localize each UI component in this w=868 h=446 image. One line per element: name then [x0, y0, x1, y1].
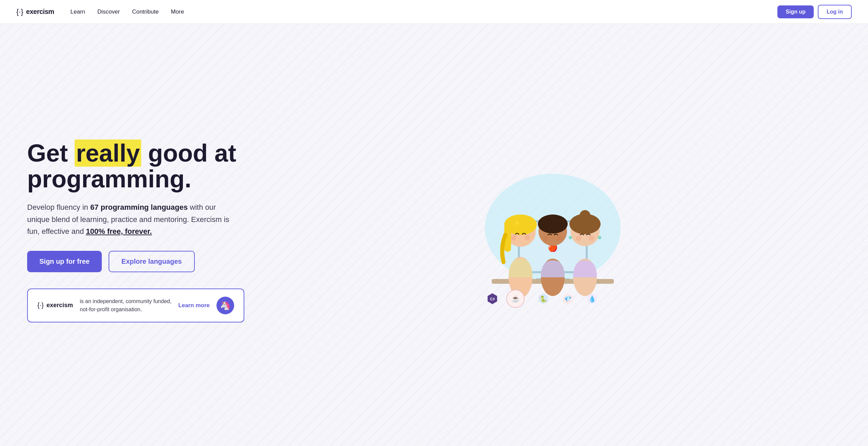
subtext-bold: 67 programming languages: [90, 203, 188, 211]
signup-free-button[interactable]: Sign up for free: [27, 251, 102, 272]
hero-subtext: Develop fluency in 67 programming langua…: [27, 201, 238, 237]
svg-point-21: [580, 210, 590, 221]
nav-links: Learn Discover Contribute More: [71, 8, 778, 15]
logo[interactable]: {·} exercism: [16, 7, 54, 16]
svg-point-11: [525, 235, 530, 240]
subtext-before: Develop fluency in: [27, 203, 90, 211]
logo-text: exercism: [26, 8, 54, 16]
svg-text:C#: C#: [490, 297, 495, 301]
svg-point-15: [538, 215, 568, 234]
login-button[interactable]: Log in: [818, 5, 852, 19]
svg-point-16: [543, 236, 549, 241]
nav-link-more[interactable]: More: [171, 8, 184, 15]
signup-button[interactable]: Sign up: [777, 5, 814, 18]
nav-link-learn[interactable]: Learn: [71, 8, 85, 15]
infobox-logo-text: exercism: [46, 302, 73, 309]
svg-point-12: [515, 221, 519, 225]
heading-highlight: really: [75, 140, 141, 167]
hero-illustration: 🍎: [265, 147, 841, 316]
svg-point-10: [511, 235, 516, 240]
explore-languages-button[interactable]: Explore languages: [109, 251, 195, 272]
logo-icon: {·}: [16, 7, 23, 16]
svg-point-17: [557, 236, 562, 241]
nav-link-discover[interactable]: Discover: [97, 8, 120, 15]
info-box: {·} exercism is an independent, communit…: [27, 289, 244, 322]
svg-point-23: [589, 236, 594, 241]
subtext-link[interactable]: 100% free, forever.: [86, 227, 152, 236]
learn-more-link[interactable]: Learn more: [178, 302, 210, 309]
infobox-description: is an independent, community funded, not…: [80, 297, 171, 314]
svg-point-22: [576, 236, 581, 241]
illustration-svg: 🍎: [465, 153, 641, 316]
svg-text:💎: 💎: [564, 295, 572, 303]
infobox-logo: {·} exercism: [37, 301, 73, 309]
svg-point-24: [569, 236, 572, 239]
hero-buttons: Sign up for free Explore languages: [27, 251, 265, 272]
svg-text:💧: 💧: [588, 295, 596, 303]
hero-content: Get really good at programming. Develop …: [27, 141, 265, 322]
infobox-emoji: 🦄: [216, 297, 234, 314]
hero-heading: Get really good at programming.: [27, 141, 265, 192]
hero-section: Get really good at programming. Develop …: [0, 24, 868, 446]
infobox-desc-line1: is an independent, community funded,: [80, 298, 171, 304]
svg-point-25: [598, 236, 601, 239]
navbar: {·} exercism Learn Discover Contribute M…: [0, 0, 868, 24]
heading-before: Get: [27, 140, 75, 167]
infobox-logo-icon: {·}: [37, 301, 44, 309]
nav-actions: Sign up Log in: [777, 5, 852, 19]
nav-link-contribute[interactable]: Contribute: [132, 8, 158, 15]
svg-text:☕: ☕: [511, 295, 520, 303]
infobox-desc-line2: not-for-profit organisation.: [80, 306, 142, 312]
illustration-container: 🍎: [465, 153, 641, 316]
svg-text:🐍: 🐍: [540, 295, 547, 303]
